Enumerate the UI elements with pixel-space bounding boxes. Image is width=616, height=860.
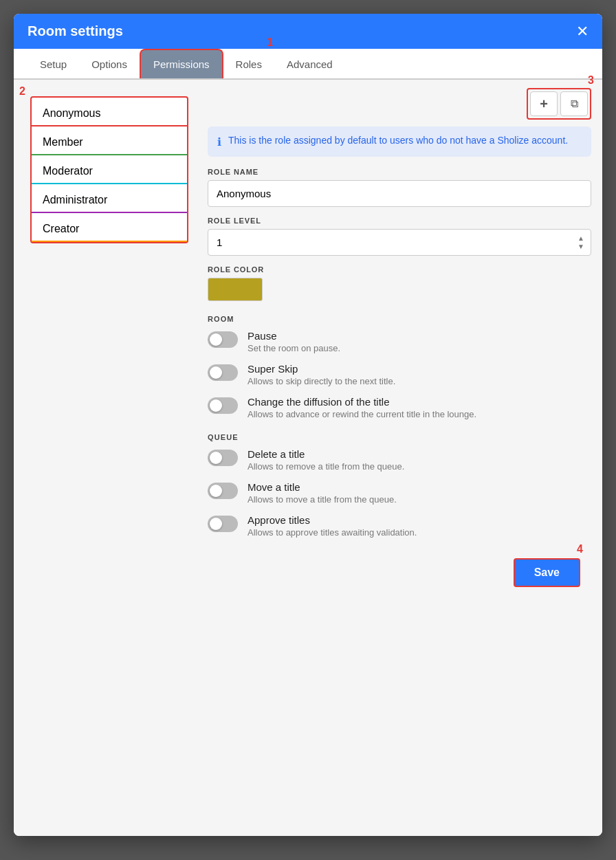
save-button[interactable]: Save — [514, 558, 580, 587]
bottom-bar: 4 Save — [208, 551, 591, 594]
spinner-arrows[interactable]: ▲ ▼ — [578, 234, 584, 251]
perm-delete-title-text: Delete a title Allows to remove a title … — [248, 448, 404, 472]
toggle-thumb-super-skip — [210, 366, 222, 379]
modal-header: Room settings ✕ — [14, 14, 602, 49]
content-area: 2 Anonymous Member Moderator Administrat… — [14, 80, 602, 836]
perm-approve-titles-desc: Allows to approve titles awaiting valida… — [248, 527, 417, 538]
toggle-thumb-delete-title — [210, 452, 222, 464]
toggle-thumb-move-title — [210, 485, 222, 497]
modal-title: Room settings — [28, 23, 123, 39]
perm-super-skip-text: Super Skip Allows to skip directly to th… — [248, 363, 395, 386]
perm-diffusion-title: Change the diffusion of the title — [248, 396, 476, 408]
permission-row-delete-title: Delete a title Allows to remove a title … — [208, 448, 591, 472]
perm-super-skip-title: Super Skip — [248, 363, 395, 375]
action-btn-group: + ⧉ — [527, 88, 591, 120]
perm-pause-text: Pause Set the room on pause. — [248, 330, 340, 353]
role-level-wrap: ▲ ▼ — [208, 229, 591, 256]
toggle-track-move-title — [208, 483, 238, 499]
toggle-move-title[interactable] — [208, 483, 238, 499]
action-buttons-row: 3 + ⧉ — [208, 88, 591, 120]
toggle-track-pause — [208, 331, 238, 348]
sidebar-item-member[interactable]: Member — [32, 126, 187, 155]
role-level-label: ROLE LEVEL — [208, 217, 591, 225]
annotation-1: 1 — [267, 36, 273, 49]
toggle-track-approve-titles — [208, 516, 238, 532]
permission-row-super-skip: Super Skip Allows to skip directly to th… — [208, 363, 591, 386]
tab-setup[interactable]: Setup — [28, 50, 79, 78]
role-color-swatch[interactable] — [208, 278, 263, 301]
role-level-input[interactable] — [208, 229, 591, 256]
permission-row-approve-titles: Approve titles Allows to approve titles … — [208, 514, 591, 538]
queue-section-label: QUEUE — [208, 433, 591, 441]
tabs-row: 1 Setup Options Permissions Roles Advanc… — [14, 49, 602, 80]
perm-delete-title-desc: Allows to remove a title from the queue. — [248, 461, 404, 472]
info-text: This is the role assigned by default to … — [228, 135, 568, 146]
copy-role-button[interactable]: ⧉ — [560, 91, 588, 116]
perm-move-title-desc: Allows to move a title from the queue. — [248, 494, 397, 505]
room-section-label: ROOM — [208, 315, 591, 323]
role-name-label: ROLE NAME — [208, 168, 591, 176]
perm-move-title-title: Move a title — [248, 481, 397, 493]
toggle-thumb-approve-titles — [210, 518, 222, 530]
toggle-super-skip[interactable] — [208, 364, 238, 381]
sidebar-item-creator[interactable]: Creator — [32, 213, 187, 242]
role-name-input[interactable] — [208, 180, 591, 207]
perm-pause-title: Pause — [248, 330, 340, 342]
toggle-track-delete-title — [208, 450, 238, 466]
toggle-diffusion[interactable] — [208, 397, 238, 414]
perm-diffusion-text: Change the diffusion of the title Allows… — [248, 396, 476, 419]
annotation-4: 4 — [577, 543, 583, 555]
perm-approve-titles-title: Approve titles — [248, 514, 417, 526]
permission-row-diffusion: Change the diffusion of the title Allows… — [208, 396, 591, 419]
perm-diffusion-desc: Allows to advance or rewind the current … — [248, 409, 476, 419]
permission-row-move-title: Move a title Allows to move a title from… — [208, 481, 591, 505]
tab-permissions[interactable]: Permissions — [140, 49, 223, 78]
sidebar-item-administrator[interactable]: Administrator — [32, 184, 187, 213]
toggle-thumb-pause — [210, 333, 222, 346]
roles-sidebar: Anonymous Member Moderator Administrator… — [30, 96, 188, 243]
info-icon: ℹ — [217, 135, 221, 148]
permission-row-pause: Pause Set the room on pause. — [208, 330, 591, 353]
perm-move-title-text: Move a title Allows to move a title from… — [248, 481, 397, 505]
annotation-2: 2 — [19, 85, 25, 98]
sidebar-item-moderator[interactable]: Moderator — [32, 155, 187, 184]
perm-pause-desc: Set the room on pause. — [248, 343, 340, 353]
perm-super-skip-desc: Allows to skip directly to the next titl… — [248, 376, 395, 386]
add-role-button[interactable]: + — [530, 91, 558, 116]
toggle-pause[interactable] — [208, 331, 238, 348]
toggle-thumb-diffusion — [210, 399, 222, 412]
toggle-approve-titles[interactable] — [208, 516, 238, 532]
tab-options[interactable]: Options — [79, 50, 140, 78]
perm-approve-titles-text: Approve titles Allows to approve titles … — [248, 514, 417, 538]
toggle-delete-title[interactable] — [208, 450, 238, 466]
room-settings-modal: Room settings ✕ 1 Setup Options Permissi… — [14, 14, 602, 836]
sidebar-item-anonymous[interactable]: Anonymous — [32, 98, 187, 126]
role-color-label: ROLE COLOR — [208, 265, 591, 274]
annotation-3: 3 — [588, 74, 594, 87]
info-box: ℹ This is the role assigned by default t… — [208, 126, 591, 157]
perm-delete-title-title: Delete a title — [248, 448, 404, 460]
close-button[interactable]: ✕ — [576, 24, 588, 39]
toggle-track-super-skip — [208, 364, 238, 381]
tab-advanced[interactable]: Advanced — [274, 50, 345, 78]
toggle-track-diffusion — [208, 397, 238, 414]
tab-roles[interactable]: Roles — [223, 50, 274, 78]
main-content: 3 + ⧉ ℹ This is the role assigned by def… — [197, 80, 602, 836]
